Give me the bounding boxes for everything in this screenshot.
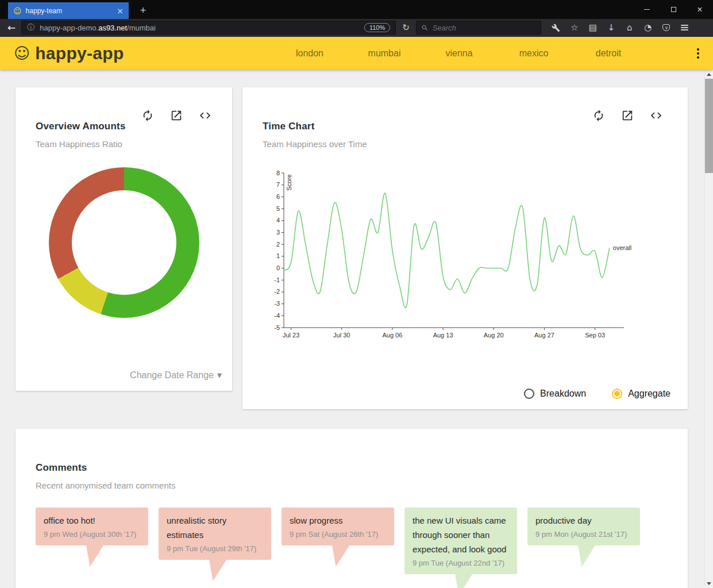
radio-label: Breakdown [540,389,586,399]
series-toggle: BreakdownAggregate [524,389,670,399]
menu-icon[interactable] [676,20,694,35]
proxy-circle-icon[interactable]: ◔ [639,20,657,35]
window-maximize-button[interactable] [660,0,687,19]
svg-text:2: 2 [276,241,280,248]
scrollbar-down-arrow[interactable] [705,579,713,588]
url-bar[interactable]: ⓘ happy-app-demo.as93.net/mumbai 110% [21,21,396,34]
search-placeholder: Search [433,24,456,32]
comment-tail [332,545,349,567]
svg-text:8: 8 [276,170,280,176]
time-line-chart[interactable]: 876543210-1-2-3-4-5Jul 23Jul 30Aug 06Aug… [256,166,658,347]
reload-button[interactable]: ↻ [402,22,410,33]
pocket-icon[interactable]: ∨ [657,20,676,35]
code-icon[interactable] [199,109,211,122]
comment-text: slow progress [290,513,386,528]
svg-text:Aug 27: Aug 27 [534,332,554,339]
svg-text:Aug 06: Aug 06 [382,332,402,339]
browser-tab[interactable]: ☺ happy-team × [8,2,129,19]
nav-link-vienna[interactable]: vienna [422,48,496,59]
nav-link-detroit[interactable]: detroit [571,48,646,59]
refresh-icon[interactable] [592,109,605,122]
time-chart-card: Time Chart Team Happiness over Time 8765… [242,87,688,409]
change-date-range-link[interactable]: Change Date Range▾ [130,370,222,381]
time-chart-area: 876543210-1-2-3-4-5Jul 23Jul 30Aug 06Aug… [256,166,688,349]
radio-breakdown[interactable]: Breakdown [524,389,586,399]
smiley-favicon-icon: ☺ [13,7,22,15]
bookmark-star-icon[interactable]: ☆ [565,20,584,35]
svg-text:-1: -1 [274,276,280,283]
pocket-chevron: ∨ [662,24,670,31]
svg-text:Score: Score [286,174,292,191]
home-icon[interactable]: ⌂ [620,20,639,35]
change-date-range-label: Change Date Range [130,370,214,380]
time-card-actions [592,109,662,122]
comment-bubble: slow progress9 pm Sat (August 26th '17) [282,508,394,545]
svg-text:Aug 13: Aug 13 [433,332,453,339]
svg-text:7: 7 [276,181,280,188]
overview-amounts-card: Overview Amounts Team Happiness Ratio Ch… [16,87,232,391]
minimize-icon [644,9,650,10]
comment-tail [455,574,472,588]
open-in-new-icon[interactable] [621,109,634,122]
radio-label: Aggregate [628,389,670,399]
url-path: /mumbai [127,24,156,32]
kebab-menu-icon[interactable] [695,46,702,61]
svg-text:Jul 30: Jul 30 [333,332,350,339]
tab-close-icon[interactable]: × [113,6,124,16]
zoom-indicator[interactable]: 110% [364,23,390,32]
search-icon [421,24,429,32]
back-button[interactable]: ← [7,22,16,33]
window-close-button[interactable]: × [687,0,713,19]
comment-text: productive day [535,513,632,528]
svg-text:Aug 20: Aug 20 [484,332,504,339]
browser-titlebar: ☺ happy-team × + × [0,0,713,19]
radio-selected-icon [612,389,622,399]
hamburger-bars [681,25,688,30]
scrollbar-up-arrow[interactable] [705,70,713,79]
page-scrollbar[interactable] [704,70,713,588]
info-icon[interactable]: ⓘ [27,22,34,33]
svg-text:-2: -2 [274,288,280,295]
comment-tail [86,545,103,567]
nav-link-london[interactable]: london [272,48,347,59]
happiness-donut-chart[interactable] [49,167,199,318]
open-in-new-icon[interactable] [170,109,183,122]
new-tab-button[interactable]: + [133,2,153,19]
library-icon[interactable]: ▤ [584,20,602,35]
scrollbar-thumb[interactable] [705,79,713,173]
search-bar[interactable]: Search [416,21,541,34]
comment-bubble: unrealistic story estimates9 pm Tue (Aug… [159,508,271,560]
comment-timestamp: 9 pm Tue (August 29th '17) [167,543,263,555]
comment-timestamp: 9 pm Wed (August 30th '17) [44,529,140,540]
svg-text:Jul 23: Jul 23 [283,332,299,339]
city-nav: london mumbai vienna mexico detroit [272,37,646,70]
overview-card-title: Overview Amounts [36,121,232,132]
refresh-icon[interactable] [141,109,154,122]
svg-text:0: 0 [276,264,280,271]
app-header: ☺ happy-app london mumbai vienna mexico … [0,37,713,70]
svg-text:3: 3 [276,229,280,236]
download-icon[interactable]: ↓ [602,20,620,35]
comments-card: Comments Recent anonymised team comments… [16,429,688,588]
app-title: happy-app [35,44,124,63]
smiley-logo-icon: ☺ [14,45,30,61]
url-text: happy-app-demo.as93.net/mumbai [40,24,156,32]
time-card-subtitle: Team Happiness over Time [263,139,688,149]
url-prefix: happy-app-demo. [40,24,98,32]
url-domain: as93.net [98,24,127,32]
radio-aggregate[interactable]: Aggregate [612,389,670,399]
window-minimize-button[interactable] [634,0,660,19]
svg-text:5: 5 [276,205,280,212]
radio-unselected-icon [524,389,534,399]
nav-link-mexico[interactable]: mexico [496,48,571,59]
code-icon[interactable] [650,109,662,122]
nav-link-mumbai[interactable]: mumbai [347,48,422,59]
overview-card-actions [141,109,211,122]
comment-timestamp: 9 pm Mon (August 21st '17) [535,529,632,540]
comment-tail [578,545,595,567]
wrench-icon[interactable] [547,20,565,35]
comment-text: unrealistic story estimates [167,513,263,542]
comment-text: the new UI visuals came through sooner t… [413,513,509,556]
comment-timestamp: 9 pm Tue (August 22nd '17) [413,558,509,569]
svg-text:-5: -5 [274,324,280,331]
